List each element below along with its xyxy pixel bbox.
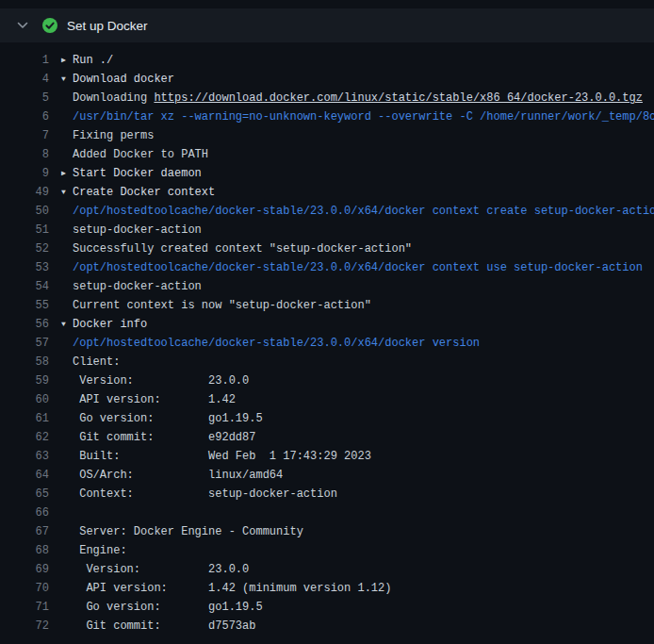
log-line: 5Downloading https://download.docker.com…: [0, 89, 654, 107]
line-number[interactable]: 64: [0, 466, 49, 485]
line-number[interactable]: 62: [0, 428, 49, 447]
line-number[interactable]: 9: [0, 164, 49, 183]
line-number[interactable]: 51: [0, 221, 49, 239]
log-segment: Server: Docker Engine - Community: [73, 525, 303, 538]
log-segment: setup-docker-action: [73, 280, 202, 293]
line-number[interactable]: 57: [0, 334, 49, 353]
log-segment: setup-docker-action: [73, 223, 202, 237]
log-segment: Fixing perms: [73, 129, 154, 142]
log-line: 1▶Run ./: [0, 51, 654, 70]
log-segment: API version: 1.42: [73, 393, 236, 406]
group-collapsed-icon[interactable]: ▶: [61, 51, 73, 70]
line-number[interactable]: 71: [0, 598, 49, 617]
log-group-label: Start Docker daemon: [73, 167, 202, 180]
log-text: Client:: [73, 353, 120, 372]
log-segment: Downloading: [73, 91, 154, 105]
log-segment: Context: setup-docker-action: [73, 487, 337, 501]
log-group-title[interactable]: Download docker: [73, 70, 174, 89]
log-segment: Git commit: d7573ab: [73, 619, 255, 633]
log-text: Git commit: e92dd87: [73, 428, 255, 447]
log-line: 58Client:: [0, 353, 654, 372]
log-text: Version: 23.0.0: [73, 560, 249, 579]
log-line: 63 Built: Wed Feb 1 17:43:29 2023: [0, 447, 654, 466]
log-group-title[interactable]: Create Docker context: [73, 183, 215, 202]
log-text: Downloading https://download.docker.com/…: [73, 89, 643, 107]
group-collapsed-icon[interactable]: ▶: [61, 164, 73, 183]
arrow-spacer: [61, 541, 73, 560]
log-text: Added Docker to PATH: [73, 145, 208, 164]
group-expanded-icon[interactable]: ▼: [61, 183, 73, 202]
line-number[interactable]: 72: [0, 617, 49, 636]
arrow-spacer: [61, 353, 73, 372]
arrow-spacer: [61, 239, 73, 258]
log-link[interactable]: https://download.docker.com/linux/static…: [154, 91, 642, 105]
log-text: /usr/bin/tar xz --warning=no-unknown-key…: [73, 107, 654, 126]
line-number[interactable]: 54: [0, 277, 49, 296]
line-number[interactable]: 50: [0, 202, 49, 221]
log-group-label: Docker info: [73, 318, 147, 331]
line-number[interactable]: 53: [0, 258, 49, 277]
line-number[interactable]: 4: [0, 70, 49, 89]
log-line: 51setup-docker-action: [0, 221, 654, 239]
arrow-spacer: [61, 296, 73, 315]
line-number[interactable]: 56: [0, 315, 49, 334]
line-number[interactable]: 52: [0, 239, 49, 258]
line-number[interactable]: 59: [0, 372, 49, 390]
log-line: 62 Git commit: e92dd87: [0, 428, 654, 447]
line-number[interactable]: 63: [0, 447, 49, 466]
log-group-title[interactable]: Run ./: [73, 51, 113, 70]
line-number[interactable]: 49: [0, 183, 49, 202]
line-number[interactable]: 68: [0, 541, 49, 560]
arrow-spacer: [61, 617, 73, 636]
line-number[interactable]: 7: [0, 126, 49, 145]
log-text: Engine:: [73, 541, 127, 560]
log-text: /opt/hostedtoolcache/docker-stable/23.0.…: [73, 202, 654, 221]
line-number[interactable]: 60: [0, 390, 49, 409]
log-line: 67 Server: Docker Engine - Community: [0, 522, 654, 541]
log-group-title[interactable]: Docker info: [73, 315, 147, 334]
log-group-label: Run ./: [73, 54, 113, 67]
line-number[interactable]: 65: [0, 485, 49, 504]
arrow-spacer: [61, 221, 73, 239]
log-line: 60 API version: 1.42: [0, 390, 654, 409]
arrow-spacer: [61, 277, 73, 296]
arrow-spacer: [61, 466, 73, 485]
log-text: /opt/hostedtoolcache/docker-stable/23.0.…: [73, 258, 643, 277]
log-group-title[interactable]: Start Docker daemon: [73, 164, 202, 183]
log-line: 55Current context is now "setup-docker-a…: [0, 296, 654, 315]
line-number[interactable]: 5: [0, 89, 49, 107]
log-text: API version: 1.42: [73, 390, 236, 409]
group-expanded-icon[interactable]: ▼: [61, 70, 73, 89]
line-number[interactable]: 58: [0, 353, 49, 372]
line-number[interactable]: 69: [0, 560, 49, 579]
log-line: 68 Engine:: [0, 541, 654, 560]
step-header[interactable]: Set up Docker: [0, 8, 654, 42]
line-number[interactable]: 70: [0, 579, 49, 598]
log-text: /opt/hostedtoolcache/docker-stable/23.0.…: [73, 334, 480, 353]
line-number[interactable]: 8: [0, 145, 49, 164]
arrow-spacer: [61, 447, 73, 466]
log-segment: OS/Arch: linux/amd64: [73, 469, 283, 482]
log-segment: Git commit: e92dd87: [73, 431, 255, 444]
line-number[interactable]: 1: [0, 51, 49, 70]
arrow-spacer: [61, 390, 73, 409]
line-number[interactable]: 61: [0, 409, 49, 428]
log-group-label: Create Docker context: [73, 186, 215, 199]
log-command-text: /opt/hostedtoolcache/docker-stable/23.0.…: [73, 337, 480, 350]
log-line: 57/opt/hostedtoolcache/docker-stable/23.…: [0, 334, 654, 353]
line-number[interactable]: 6: [0, 107, 49, 126]
log-line: 50/opt/hostedtoolcache/docker-stable/23.…: [0, 202, 654, 221]
line-number[interactable]: 55: [0, 296, 49, 315]
arrow-spacer: [61, 409, 73, 428]
log-line: 69 Version: 23.0.0: [0, 560, 654, 579]
arrow-spacer: [61, 598, 73, 617]
log-command-text: /opt/hostedtoolcache/docker-stable/23.0.…: [73, 205, 654, 218]
arrow-spacer: [61, 126, 73, 145]
arrow-spacer: [61, 89, 73, 107]
log-line: 70 API version: 1.42 (minimum version 1.…: [0, 579, 654, 598]
chevron-down-icon[interactable]: [15, 18, 30, 33]
line-number[interactable]: 66: [0, 504, 49, 522]
line-number[interactable]: 67: [0, 522, 49, 541]
group-expanded-icon[interactable]: ▼: [61, 315, 73, 334]
step-title: Set up Docker: [67, 19, 148, 33]
